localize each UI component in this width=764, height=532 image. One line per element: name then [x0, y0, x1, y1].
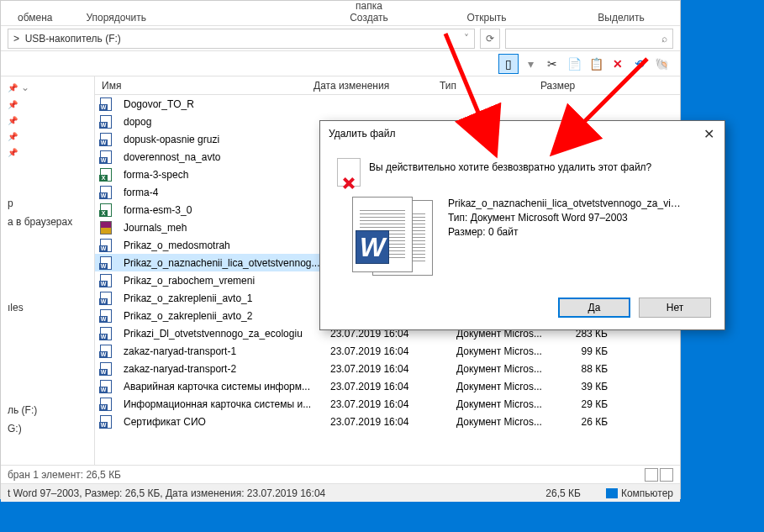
cell-size: 29 КБ: [557, 398, 624, 410]
cell-date: 23.07.2019 16:04: [330, 381, 456, 392]
sidebar-item[interactable]: 📌: [3, 113, 92, 129]
details-text: t Word 97–2003, Размер: 26,5 КБ, Дата из…: [8, 487, 325, 499]
computer-icon: [606, 488, 618, 498]
word-doc-icon: W: [352, 197, 433, 277]
cell-name: Prikaz_o_rabochem_vremeni: [117, 275, 330, 287]
cell-size: 99 КБ: [557, 345, 624, 357]
doc-file-icon: [98, 97, 113, 112]
cell-name: Prikazi_Dl_otvetstvennogo_za_ecologiu: [117, 328, 330, 340]
sidebar-item[interactable]: p: [3, 194, 92, 213]
cell-name: Сертификат СИО: [117, 416, 330, 428]
ribbon-group-select[interactable]: Выделить: [562, 12, 680, 24]
dialog-title-text: Удалить файл: [329, 128, 395, 140]
breadcrumb[interactable]: > USB-накопитель (F:) ˅: [8, 29, 475, 49]
doc-file-icon: [98, 114, 113, 129]
cell-date: 23.07.2019 16:04: [330, 363, 456, 375]
file-row[interactable]: zakaz-naryad-transport-123.07.2019 16:04…: [95, 342, 680, 360]
doc-file-icon: [98, 238, 113, 253]
computer-indicator: Компьютер: [606, 487, 673, 499]
sidebar[interactable]: 📌⌄ 📌 📌 📌 📌 p а в браузерах ıles ль (F:) …: [1, 76, 95, 465]
xls-file-icon: [98, 203, 113, 218]
xls-file-icon: [98, 167, 113, 182]
doc-file-icon: [98, 361, 113, 377]
close-button[interactable]: ✕: [696, 126, 721, 142]
doc-file-icon: [98, 255, 113, 271]
sidebar-item[interactable]: G:): [3, 419, 92, 438]
large-view-icon[interactable]: [660, 468, 673, 482]
sidebar-item[interactable]: 📌: [3, 145, 92, 161]
cell-name: Информационная карточка системы и...: [117, 398, 330, 410]
column-date[interactable]: Дата изменения: [314, 80, 440, 92]
sidebar-item[interactable]: ль (F:): [3, 401, 92, 419]
cell-name: Prikaz_o_medosmotrah: [117, 240, 330, 251]
cell-name: doverennost_na_avto: [117, 151, 330, 163]
cell-type: Документ Micros...: [456, 416, 557, 428]
file-row[interactable]: Аварийная карточка системы информ...23.0…: [95, 377, 680, 395]
sidebar-item[interactable]: 📌⌄: [3, 78, 92, 97]
column-name[interactable]: Имя: [95, 80, 314, 92]
cell-name: Journals_meh: [117, 222, 330, 234]
doc-file-icon: [98, 185, 113, 200]
file-row[interactable]: zakaz-naryad-transport-223.07.2019 16:04…: [95, 360, 680, 377]
cell-size: 88 КБ: [557, 363, 624, 375]
cell-name: Dogovor_TO_R: [117, 98, 330, 110]
doc-file-icon: [98, 132, 113, 147]
details-view-icon[interactable]: [645, 468, 658, 482]
cell-name: forma-4: [117, 187, 330, 198]
sidebar-item[interactable]: 📌: [3, 97, 92, 113]
annotation-arrow: [546, 50, 664, 162]
sidebar-item[interactable]: а в браузерах: [3, 213, 92, 231]
cell-name: dopog: [117, 116, 330, 128]
status-bar: бран 1 элемент: 26,5 КБ: [1, 465, 680, 483]
doc-file-icon: [98, 344, 113, 359]
yes-button[interactable]: Да: [558, 298, 630, 318]
no-button[interactable]: Нет: [639, 298, 711, 318]
file-metadata: Prikaz_o_naznachenii_lica_otvetstvennogo…: [448, 197, 683, 277]
details-size: 26,5 КБ: [545, 487, 581, 499]
dialog-filesize: Размер: 0 байт: [448, 225, 683, 240]
cell-name: Prikaz_o_naznachenii_lica_otvetstvennog.…: [117, 257, 330, 269]
rar-file-icon: [98, 220, 113, 235]
ribbon-label: Упорядочить: [87, 12, 146, 24]
cell-type: Документ Micros...: [456, 398, 557, 410]
ribbon: обмена Упорядочить папка Создать Открыть…: [1, 1, 680, 26]
cell-type: Документ Micros...: [456, 363, 557, 375]
doc-file-icon: [98, 397, 113, 412]
pin-icon: 📌: [8, 116, 18, 125]
ribbon-group-create[interactable]: папка Создать: [327, 0, 411, 24]
cell-size: 39 КБ: [557, 381, 624, 392]
cell-date: 23.07.2019 16:04: [330, 398, 456, 410]
cell-name: dopusk-opasnie gruzi: [117, 134, 330, 145]
ribbon-label: обмена: [18, 12, 53, 24]
sidebar-item[interactable]: ıles: [3, 298, 92, 317]
cell-date: 23.07.2019 16:04: [330, 416, 456, 428]
svg-line-0: [445, 34, 491, 143]
cell-name: zakaz-naryad-transport-1: [117, 345, 330, 357]
sidebar-item[interactable]: 📌: [3, 129, 92, 145]
cell-date: 23.07.2019 16:04: [330, 345, 456, 357]
pin-icon: 📌: [8, 148, 18, 157]
file-row[interactable]: Информационная карточка системы и...23.0…: [95, 395, 680, 413]
doc-file-icon: [98, 379, 113, 394]
dialog-filename: Prikaz_o_naznachenii_lica_otvetstvennogo…: [448, 197, 683, 211]
svg-line-1: [561, 59, 647, 145]
pin-icon: 📌: [8, 100, 18, 109]
doc-file-icon: [98, 326, 113, 341]
doc-file-icon: [98, 291, 113, 306]
cell-name: Аварийная карточка системы информ...: [117, 381, 330, 392]
status-text: бран 1 элемент: 26,5 КБ: [8, 469, 121, 481]
doc-file-icon: [98, 308, 113, 324]
cell-name: Prikaz_o_zakreplenii_avto_1: [117, 292, 330, 304]
search-icon: ⌕: [661, 33, 667, 45]
doc-file-icon: [98, 273, 113, 288]
cell-size: 26 КБ: [557, 416, 624, 428]
view-toggle[interactable]: [645, 468, 673, 482]
cell-name: forma-esm-3_0: [117, 204, 330, 216]
ribbon-group-open[interactable]: Открыть: [445, 12, 529, 24]
delete-file-icon: [337, 158, 361, 187]
cell-type: Документ Micros...: [456, 381, 557, 392]
cell-name: zakaz-naryad-transport-2: [117, 363, 330, 375]
cell-type: Документ Micros...: [456, 345, 557, 357]
cell-name: Prikaz_o_zakreplenii_avto_2: [117, 310, 330, 322]
file-row[interactable]: Сертификат СИО23.07.2019 16:04Документ M…: [95, 413, 680, 430]
